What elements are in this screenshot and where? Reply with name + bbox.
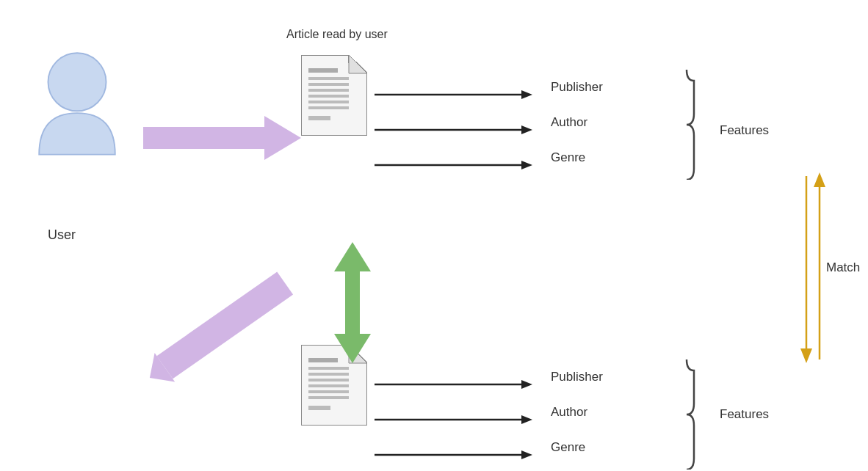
svg-rect-11 [308,116,330,120]
green-double-arrow [330,242,375,363]
svg-marker-25 [521,125,532,134]
svg-marker-43 [814,172,825,187]
svg-marker-37 [334,334,371,363]
diagram: Article read by user User [0,0,868,471]
features-label-bottom: Features [720,407,769,422]
document-top [301,55,367,136]
svg-marker-36 [334,242,371,271]
svg-marker-23 [521,90,532,99]
feature-bottom-publisher: Publisher [551,359,603,395]
svg-marker-1 [143,116,301,160]
svg-rect-10 [308,106,349,109]
article-label: Article read by user [286,28,388,41]
svg-rect-9 [308,101,349,103]
svg-rect-5 [308,77,349,80]
svg-rect-6 [308,83,349,86]
feature-top-genre: Genre [551,140,603,175]
svg-point-0 [48,53,106,111]
svg-marker-31 [521,415,532,424]
feature-arrows-top [375,77,551,183]
svg-rect-38 [156,271,293,379]
feature-arrows-bottom [375,367,551,471]
svg-rect-8 [308,95,349,98]
purple-diagonal-arrow [62,242,334,448]
feature-bottom-genre: Genre [551,430,603,465]
feature-bottom-author: Author [551,395,603,430]
svg-rect-7 [308,89,349,92]
feature-top-publisher: Publisher [551,70,603,105]
svg-marker-27 [521,161,532,169]
feature-top-author: Author [551,105,603,140]
features-label-top: Features [720,123,769,138]
brace-bottom [683,359,716,470]
user-label: User [48,227,76,243]
svg-rect-4 [308,68,338,73]
svg-marker-29 [521,380,532,389]
features-top: Publisher Author Genre [551,70,603,175]
user-icon [29,44,125,161]
svg-marker-3 [349,55,367,73]
svg-rect-35 [345,268,360,337]
brace-top [683,70,716,180]
arrow-purple-right [143,116,301,160]
svg-marker-41 [800,348,812,363]
features-bottom: Publisher Author Genre [551,359,603,465]
match-label: Match [826,260,860,275]
svg-marker-33 [521,450,532,459]
